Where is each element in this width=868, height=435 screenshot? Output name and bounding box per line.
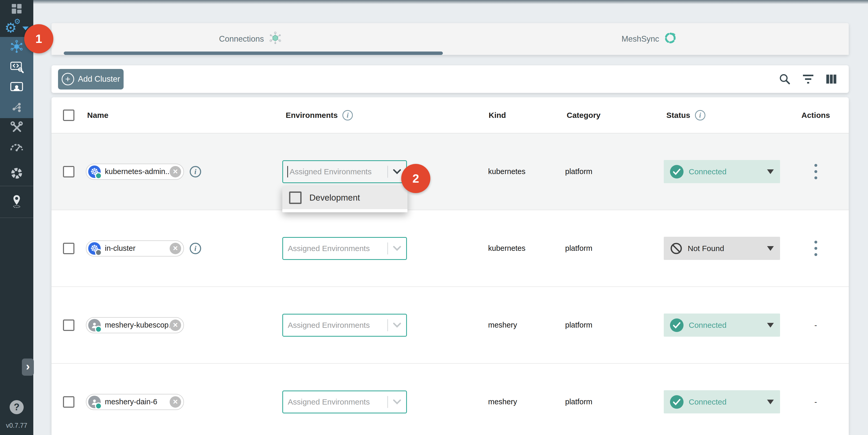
- kubernetes-icon: [88, 242, 101, 255]
- online-status-dot: [95, 326, 102, 333]
- connections-toolbar: Add Cluster: [52, 65, 849, 93]
- sidebar-item-dashboard[interactable]: [0, 0, 33, 19]
- connections-table: Name Environments Kind Category Status A…: [52, 97, 849, 435]
- caret-down-icon: [767, 169, 774, 174]
- table-row: in-cluster Assigned Environments kuberne…: [52, 210, 849, 287]
- sidebar-item-remote-session[interactable]: [0, 77, 33, 98]
- annotation-badge-2: 2: [401, 164, 430, 193]
- connection-chip[interactable]: kubernetes-admin...: [86, 164, 184, 180]
- filter-icon[interactable]: [802, 74, 814, 85]
- toolbox-wrenches-icon: [10, 121, 23, 135]
- row-checkbox[interactable]: [63, 166, 74, 178]
- environments-select[interactable]: Assigned Environments: [282, 391, 407, 413]
- meshery-app: v0.7.77 Connections: [0, 0, 868, 435]
- tab-connections-label: Connections: [219, 34, 264, 44]
- text-cursor: [287, 166, 288, 178]
- search-icon[interactable]: [778, 73, 791, 85]
- lifecycle-gears-icon: [5, 21, 29, 35]
- sidebar-item-designs[interactable]: [0, 98, 33, 118]
- row-checkbox[interactable]: [63, 243, 74, 254]
- status-select[interactable]: Connected: [664, 390, 780, 413]
- check-circle-icon: [670, 318, 684, 332]
- caret-down-icon: [767, 400, 774, 404]
- row-actions-menu[interactable]: [813, 162, 819, 181]
- tabs-bar: Connections: [52, 23, 849, 55]
- sidebar: v0.7.77: [0, 0, 33, 435]
- row-checkbox[interactable]: [63, 396, 74, 408]
- table-row: meshery-dain-6 Assigned Environments mes…: [52, 364, 849, 435]
- column-header-status[interactable]: Status: [663, 110, 783, 120]
- status-select[interactable]: Connected: [664, 160, 780, 183]
- row-actions-menu[interactable]: [813, 239, 819, 257]
- environments-select[interactable]: Assigned Environments: [282, 237, 407, 260]
- delete-connection-icon[interactable]: [169, 319, 181, 331]
- performance-speedometer-icon: [10, 142, 24, 152]
- delete-connection-icon[interactable]: [169, 166, 181, 178]
- table-row: kubernetes-admin... Assigned Environment…: [52, 133, 849, 210]
- no-actions-dash: -: [814, 398, 817, 406]
- add-cluster-button[interactable]: Add Cluster: [58, 69, 124, 90]
- environments-dropdown-menu: Development: [282, 186, 407, 212]
- user-avatar-icon: [88, 396, 101, 408]
- sidebar-item-toolbox[interactable]: [0, 118, 33, 138]
- row-checkbox[interactable]: [63, 319, 74, 331]
- category-value: platform: [561, 244, 663, 253]
- kind-value: meshery: [484, 321, 561, 330]
- sidebar-item-performance[interactable]: [0, 138, 33, 157]
- adapters-code-screen-icon: [10, 60, 24, 74]
- sidebar-expand-button[interactable]: [22, 359, 34, 376]
- view-columns-icon[interactable]: [825, 73, 837, 85]
- annotation-badge-1: 1: [24, 24, 53, 53]
- top-shadow: [0, 0, 868, 4]
- extensions-icon: [10, 166, 23, 181]
- kubernetes-icon: [88, 165, 101, 178]
- info-icon[interactable]: [190, 243, 201, 254]
- chevron-down-icon[interactable]: [393, 169, 401, 175]
- connection-chip[interactable]: meshery-kubescop...: [86, 317, 184, 333]
- select-all-checkbox[interactable]: [63, 110, 74, 121]
- option-checkbox[interactable]: [289, 191, 302, 204]
- chevron-down-icon[interactable]: [393, 322, 401, 328]
- connections-mesh-icon: [10, 39, 24, 55]
- sidebar-item-extensions[interactable]: [0, 164, 33, 184]
- column-header-actions: Actions: [783, 111, 849, 120]
- table-row: meshery-kubescop... Assigned Environment…: [52, 287, 849, 364]
- column-header-category[interactable]: Category: [561, 111, 663, 120]
- category-value: platform: [561, 167, 663, 176]
- connection-chip[interactable]: in-cluster: [86, 240, 184, 256]
- remote-session-icon: [10, 81, 24, 94]
- info-icon[interactable]: [695, 110, 705, 120]
- dashboard-grid-icon: [10, 2, 23, 17]
- category-value: platform: [561, 321, 663, 330]
- chevron-down-icon[interactable]: [393, 246, 401, 251]
- kind-value: kubernetes: [484, 167, 561, 176]
- info-icon[interactable]: [190, 166, 201, 178]
- table-header: Name Environments Kind Category Status A…: [52, 97, 849, 133]
- toolbar-icons: [778, 73, 837, 85]
- column-header-environments[interactable]: Environments: [282, 110, 484, 120]
- sidebar-item-adapters[interactable]: [0, 57, 33, 77]
- kind-value: kubernetes: [484, 244, 561, 253]
- help-button[interactable]: [10, 400, 24, 414]
- tab-connections[interactable]: Connections: [52, 23, 450, 55]
- connection-chip[interactable]: meshery-dain-6: [86, 394, 184, 410]
- delete-connection-icon[interactable]: [169, 243, 181, 254]
- check-circle-icon: [670, 395, 684, 409]
- tab-meshsync[interactable]: MeshSync: [450, 23, 849, 55]
- column-header-kind[interactable]: Kind: [484, 111, 561, 120]
- sidebar-item-catalog[interactable]: [0, 186, 33, 218]
- app-version: v0.7.77: [6, 422, 27, 429]
- status-select[interactable]: Connected: [664, 313, 780, 337]
- chevron-down-icon[interactable]: [393, 399, 401, 405]
- meshsync-spinner-icon: [663, 31, 677, 47]
- kind-value: meshery: [484, 398, 561, 406]
- environments-select[interactable]: Assigned Environments: [282, 314, 407, 337]
- online-status-dot: [95, 402, 102, 409]
- environments-select[interactable]: Assigned Environments: [282, 160, 407, 183]
- column-header-name[interactable]: Name: [86, 111, 282, 120]
- environment-option[interactable]: Development: [282, 186, 407, 209]
- delete-connection-icon[interactable]: [169, 396, 181, 408]
- info-icon[interactable]: [342, 110, 353, 120]
- status-select[interactable]: Not Found: [664, 237, 780, 260]
- plus-circle-icon: [62, 73, 74, 85]
